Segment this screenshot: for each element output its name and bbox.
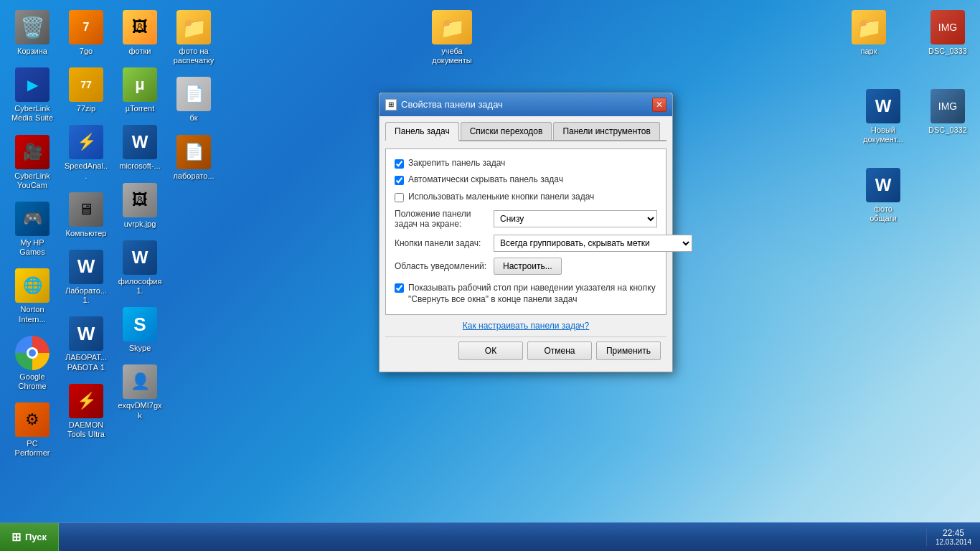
tab-jumplists[interactable]: Списки переходов xyxy=(461,122,552,140)
dialog-window-icon: ⊞ xyxy=(385,99,397,110)
checkbox-lock-label: Закрепить панель задач xyxy=(408,158,505,169)
clock-time: 22:45 xyxy=(936,528,971,538)
checkbox-small[interactable] xyxy=(395,193,404,202)
cancel-button[interactable]: Отмена xyxy=(527,342,592,360)
show-desktop-row: Показывать рабочий стол при наведении ук… xyxy=(395,282,657,306)
dialog-title-left: ⊞ Свойства панели задач xyxy=(385,99,503,110)
dialog-body: Панель задач Списки переходов Панели инс… xyxy=(380,116,672,372)
notifications-label: Область уведомлений: xyxy=(395,261,488,271)
tab-taskbar[interactable]: Панель задач xyxy=(385,122,459,141)
ok-button[interactable]: ОК xyxy=(458,342,523,360)
checkbox-small-label: Использовать маленькие кнопки панели зад… xyxy=(408,192,594,203)
taskbar-items xyxy=(59,523,926,551)
start-button[interactable]: ⊞ Пуск xyxy=(0,523,59,552)
taskbar: ⊞ Пуск 22:45 12.03.2014 xyxy=(0,522,980,551)
show-desktop-label: Показывать рабочий стол при наведении ук… xyxy=(408,282,657,306)
buttons-row: Кнопки панели задач: Всегда группировать… xyxy=(395,235,657,252)
apply-button[interactable]: Применить xyxy=(596,342,661,360)
notifications-configure-button[interactable]: Настроить... xyxy=(494,258,562,275)
dialog-content-area: Закрепить панель задач Автоматически скр… xyxy=(385,149,666,315)
dialog-buttons-area: ОК Отмена Применить xyxy=(385,336,666,366)
dialog-title-text: Свойства панели задач xyxy=(401,99,503,110)
start-label: Пуск xyxy=(25,532,47,542)
checkbox-row-autohide: Автоматически скрывать панель задач xyxy=(395,174,657,186)
position-label: Положение панели задач на экране: xyxy=(395,209,488,229)
dialog-close-button[interactable]: ✕ xyxy=(652,98,666,112)
dialog-overlay: ⊞ Свойства панели задач ✕ Панель задач С… xyxy=(0,0,980,522)
dialog-titlebar: ⊞ Свойства панели задач ✕ xyxy=(380,93,672,116)
buttons-label: Кнопки панели задач: xyxy=(395,238,488,248)
buttons-select[interactable]: Всегда группировать, скрывать метки Груп… xyxy=(494,235,692,252)
checkbox-row-lock: Закрепить панель задач xyxy=(395,158,657,169)
position-select[interactable]: Снизу Сверху Слева Справа xyxy=(494,210,657,227)
checkbox-autohide[interactable] xyxy=(395,176,404,185)
dialog-tabs: Панель задач Списки переходов Панели инс… xyxy=(385,122,666,141)
notifications-row: Область уведомлений: Настроить... xyxy=(395,258,657,275)
taskbar-properties-dialog: ⊞ Свойства панели задач ✕ Панель задач С… xyxy=(379,93,673,372)
help-link[interactable]: Как настраивать панели задач? xyxy=(385,321,666,331)
checkbox-row-small: Использовать маленькие кнопки панели зад… xyxy=(395,192,657,203)
checkbox-autohide-label: Автоматически скрывать панель задач xyxy=(408,174,563,186)
tab-toolbars[interactable]: Панели инструментов xyxy=(553,122,659,140)
clock-date: 12.03.2014 xyxy=(936,538,971,546)
position-row: Положение панели задач на экране: Снизу … xyxy=(395,209,657,229)
checkbox-lock[interactable] xyxy=(395,159,404,169)
taskbar-clock: 22:45 12.03.2014 xyxy=(926,528,980,546)
checkbox-show-desktop[interactable] xyxy=(395,283,404,293)
desktop: 🗑️ Корзина ▶ CyberLink Media Suite 🎥 Cyb… xyxy=(0,0,980,551)
